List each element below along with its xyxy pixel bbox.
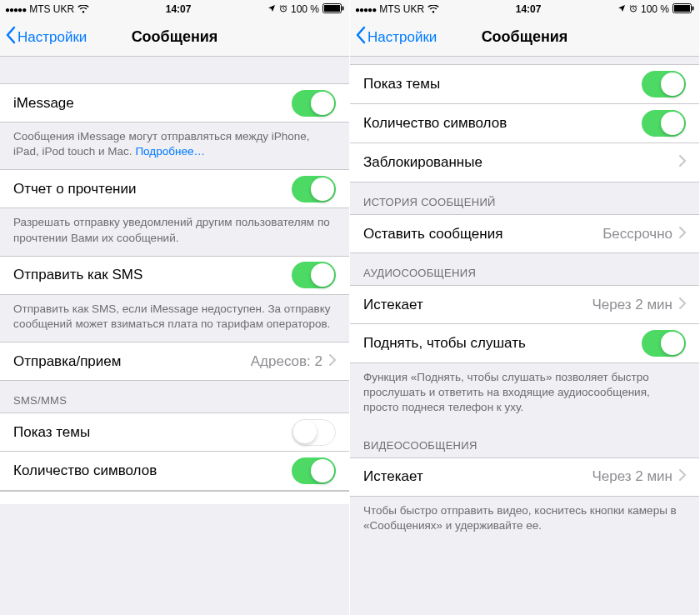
footer-video: Чтобы быстро отправить видео, коснитесь … xyxy=(350,497,699,543)
battery-pct: 100 % xyxy=(641,3,669,15)
battery-pct: 100 % xyxy=(291,3,319,15)
row-imessage: iMessage xyxy=(0,83,349,122)
toggle-send-sms[interactable] xyxy=(292,262,336,288)
wifi-icon xyxy=(428,5,439,13)
section-video: ВИДЕОСООБЩЕНИЯ xyxy=(350,426,699,458)
settings-content[interactable]: iMessage Сообщения iMessage могут отправ… xyxy=(0,57,349,615)
signal-dots-icon: ●●●●● xyxy=(355,5,376,14)
chevron-right-icon xyxy=(679,226,686,242)
row-label: Количество символов xyxy=(363,115,642,132)
row-label: iMessage xyxy=(13,95,292,112)
row-label: Отправить как SMS xyxy=(13,267,292,283)
footer-send-sms: Отправить как SMS, если iMessage недосту… xyxy=(0,295,349,342)
row-label: Поднять, чтобы слушать xyxy=(363,335,642,352)
back-button[interactable]: Настройки xyxy=(350,26,437,48)
row-send-receive[interactable]: Отправка/прием Адресов: 2 xyxy=(0,342,349,381)
toggle-read-receipts[interactable] xyxy=(292,176,336,202)
row-label: Количество символов xyxy=(13,462,292,479)
svg-rect-2 xyxy=(324,5,340,12)
row-raise-listen: Поднять, чтобы слушать xyxy=(350,324,699,363)
status-time: 14:07 xyxy=(166,3,192,15)
nav-title: Сообщения xyxy=(132,28,218,46)
row-label: Оставить сообщения xyxy=(363,226,602,242)
chevron-right-icon xyxy=(679,297,686,313)
row-label: Отправка/прием xyxy=(13,353,251,370)
nav-bar: Настройки Сообщения xyxy=(350,18,699,57)
link-more[interactable]: Подробнее… xyxy=(135,145,205,158)
toggle-imessage[interactable] xyxy=(292,90,336,117)
svg-rect-3 xyxy=(342,6,344,10)
row-video-expire[interactable]: Истекает Через 2 мин xyxy=(350,458,699,497)
carrier-label: MTS UKR xyxy=(29,3,74,15)
toggle-char-count[interactable] xyxy=(292,458,336,484)
status-time: 14:07 xyxy=(516,3,542,15)
toggle-raise-listen[interactable] xyxy=(642,330,686,357)
row-value: Бессрочно xyxy=(602,226,672,242)
chevron-right-icon xyxy=(679,154,686,171)
chevron-right-icon xyxy=(329,353,336,370)
row-label: Истекает xyxy=(363,297,592,313)
row-label: Показ темы xyxy=(363,76,642,92)
row-audio-expire[interactable]: Истекает Через 2 мин xyxy=(350,285,699,324)
carrier-label: MTS UKR xyxy=(379,3,424,15)
location-icon xyxy=(268,3,276,15)
section-audio: АУДИОСООБЩЕНИЯ xyxy=(350,253,699,285)
toggle-show-subject[interactable] xyxy=(642,71,686,98)
row-char-count: Количество символов xyxy=(350,104,699,143)
location-icon xyxy=(618,3,626,15)
section-smsmms: SMS/MMS xyxy=(0,381,349,412)
row-show-subject: Показ темы xyxy=(350,65,699,104)
footer-read-receipts: Разрешать отправку уведомлений другим по… xyxy=(0,208,349,255)
status-bar: ●●●●● MTS UKR 14:07 100 % xyxy=(0,0,349,18)
row-keep-messages[interactable]: Оставить сообщения Бессрочно xyxy=(350,214,699,253)
wifi-icon xyxy=(78,5,89,13)
back-label: Настройки xyxy=(368,29,437,46)
row-label: Истекает xyxy=(363,468,592,485)
row-value: Через 2 мин xyxy=(592,297,672,313)
back-label: Настройки xyxy=(18,29,87,46)
row-blocked[interactable]: Заблокированные xyxy=(350,143,699,182)
phone-right: ●●●●● MTS UKR 14:07 100 % Настройки Сооб… xyxy=(350,0,700,615)
phone-left: ●●●●● MTS UKR 14:07 100 % Настройки Сооб… xyxy=(0,0,350,615)
row-label: Показ темы xyxy=(13,424,292,441)
nav-bar: Настройки Сообщения xyxy=(0,18,349,57)
settings-content[interactable]: Показ темы Количество символов Заблокиро… xyxy=(350,57,699,615)
footer-raise-listen: Функция «Поднять, чтобы слушать» позволя… xyxy=(350,363,699,426)
row-show-subject: Показ темы xyxy=(0,412,349,452)
toggle-show-subject[interactable] xyxy=(292,419,336,446)
row-read-receipts: Отчет о прочтении xyxy=(0,169,349,208)
row-value: Адресов: 2 xyxy=(251,353,322,370)
footer-imessage: Сообщения iMessage могут отправляться ме… xyxy=(0,122,349,169)
chevron-right-icon xyxy=(679,468,686,485)
row-label: Заблокированные xyxy=(363,154,679,171)
signal-dots-icon: ●●●●● xyxy=(5,5,26,14)
chevron-left-icon xyxy=(5,26,16,48)
row-send-sms: Отправить как SMS xyxy=(0,256,349,295)
status-bar: ●●●●● MTS UKR 14:07 100 % xyxy=(350,0,699,18)
svg-rect-7 xyxy=(692,6,694,10)
alarm-icon xyxy=(279,3,288,15)
row-label: Отчет о прочтении xyxy=(13,181,292,198)
section-history: ИСТОРИЯ СООБЩЕНИЙ xyxy=(350,182,699,214)
alarm-icon xyxy=(629,3,638,15)
battery-icon xyxy=(322,3,344,16)
row-value: Через 2 мин xyxy=(592,468,672,485)
battery-icon xyxy=(672,3,694,16)
row-partial xyxy=(0,491,349,504)
nav-title: Сообщения xyxy=(482,28,568,46)
chevron-left-icon xyxy=(355,26,366,48)
back-button[interactable]: Настройки xyxy=(0,26,87,48)
toggle-char-count[interactable] xyxy=(642,110,686,137)
svg-rect-6 xyxy=(674,5,690,12)
row-char-count: Количество символов xyxy=(0,452,349,491)
